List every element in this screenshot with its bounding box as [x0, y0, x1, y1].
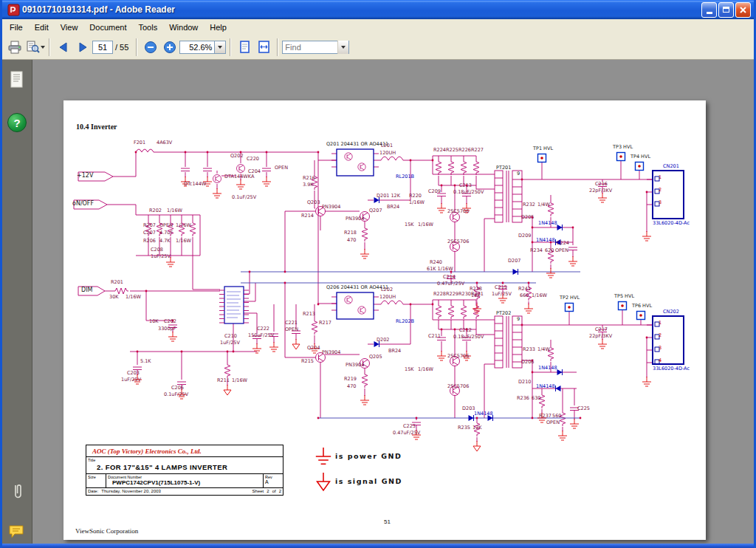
find-input[interactable] — [283, 42, 337, 52]
menu-item[interactable]: Edit — [29, 21, 55, 33]
previous-page-button[interactable] — [54, 38, 73, 57]
previous-page-icon — [56, 41, 71, 54]
maximize-button[interactable] — [718, 2, 734, 18]
schematic-label: R201 — [111, 280, 123, 285]
schematic-label: OPEN — [275, 165, 288, 171]
schematic-label: Q204 — [307, 346, 320, 351]
schematic-label: Q202 — [230, 154, 244, 159]
schematic-label: R233 — [523, 347, 535, 352]
schematic-label: 0.18uF/250V — [453, 190, 484, 195]
schematic-label: 22pF/3KV — [589, 188, 612, 193]
title-block-rev: A — [265, 479, 281, 484]
taskbar-edge[interactable] — [2, 544, 754, 548]
schematic-label: 2SC5706 — [447, 209, 469, 214]
menu-item[interactable]: Window — [163, 21, 204, 33]
schematic-label: DTc144W — [184, 182, 206, 187]
schematic-label: R227 — [471, 148, 484, 153]
schematic-label: +12V — [77, 173, 93, 179]
menu-item[interactable]: Document — [83, 21, 132, 33]
schematic-label: R217 — [319, 321, 331, 326]
toolbar-separator — [49, 38, 50, 56]
zoom-level-value[interactable]: 52.6% — [179, 41, 215, 54]
schematic-label: C225 — [577, 406, 590, 411]
schematic-label: DIM — [81, 287, 92, 293]
document-area[interactable]: 10.4 Inverter — [32, 60, 754, 544]
export-button[interactable] — [24, 38, 45, 57]
schematic-label: R214 — [301, 213, 314, 219]
schematic-label: TP5 HVL — [614, 294, 634, 299]
schematic-label: 10K — [149, 319, 159, 324]
schematic-label: DTA144WKA — [224, 174, 254, 179]
menu-item[interactable]: Help — [204, 21, 233, 33]
close-icon — [739, 6, 747, 14]
schematic-label: 1/16W — [232, 378, 247, 383]
title-block-sheet-label: Sheet — [252, 489, 264, 493]
schematic-label: C215 — [495, 285, 507, 290]
title-block: AOC (Top Victory) Electronics Co., Ltd. … — [86, 445, 284, 496]
menu-item[interactable]: Tools — [133, 21, 164, 33]
page-number-input[interactable] — [92, 41, 113, 54]
schematic-label: 1/16W — [167, 208, 182, 213]
zoom-in-button[interactable] — [160, 38, 179, 57]
schematic-label: 1uF/25V — [151, 254, 171, 259]
pages-panel-button[interactable] — [7, 70, 27, 89]
fit-width-icon — [255, 40, 272, 55]
close-button[interactable] — [735, 2, 751, 18]
schematic-label: 1/4W — [537, 202, 550, 208]
schematic-label: 33L6020-4D-Ac — [653, 221, 690, 226]
print-button[interactable] — [5, 38, 24, 57]
schematic-label: PT201 — [496, 165, 511, 171]
schematic-label: R232 — [523, 202, 535, 208]
menu-item[interactable]: View — [55, 21, 84, 33]
schematic-label: D203 — [462, 406, 475, 411]
schematic-label: R241 — [518, 287, 531, 292]
actual-size-button[interactable] — [235, 38, 254, 57]
schematic-label: 1N4148 — [536, 384, 555, 389]
schematic-label: BR24 — [388, 349, 401, 354]
schematic-label: 2SC5706 — [447, 239, 469, 244]
schematic-label: D210 — [518, 380, 531, 385]
schematic-label: OPEN — [159, 223, 173, 228]
schematic-label: R216 — [303, 176, 315, 181]
schematic-label: OPEN — [546, 420, 560, 425]
help-panel-button[interactable]: ? — [7, 113, 27, 132]
zoom-out-button[interactable] — [141, 38, 160, 57]
schematic-label: C208 — [151, 247, 163, 253]
schematic-label: R213 — [303, 312, 315, 317]
schematic-label: C217 — [595, 327, 608, 332]
schematic-label: 2 — [659, 333, 662, 338]
title-block-title-label: Title — [86, 457, 283, 463]
schematic-label: 9 — [517, 171, 520, 177]
schematic-label: Q207 — [369, 208, 382, 213]
schematic-label: 560 — [552, 414, 561, 419]
schematic-label: R240 — [430, 260, 442, 265]
menu-bar: FileEditViewDocumentToolsWindowHelp — [2, 19, 754, 35]
schematic-label: TP2 HVL — [560, 295, 580, 301]
zoom-dropdown-button[interactable] — [215, 41, 226, 54]
zoom-dropdown-icon — [218, 46, 222, 51]
schematic-label: R207 — [143, 223, 156, 228]
schematic-label: 1uF/25V — [121, 377, 141, 383]
title-block-date-label: Date: — [88, 489, 98, 493]
toolbar-separator — [230, 38, 231, 56]
comments-panel-button[interactable] — [7, 522, 27, 541]
minimize-button[interactable] — [701, 2, 717, 18]
paperclip-icon — [10, 483, 24, 501]
menu-item[interactable]: File — [4, 21, 29, 33]
schematic-label: 0.47uF/25V — [437, 281, 464, 287]
attachments-panel-button[interactable] — [7, 482, 27, 501]
find-dropdown-icon — [341, 46, 346, 51]
fit-width-button[interactable] — [254, 38, 273, 57]
schematic-label: Q203 — [307, 200, 320, 205]
schematic-label: R224 — [433, 148, 446, 153]
schematic-label: oN/OFF — [72, 201, 94, 207]
find-dropdown-button[interactable] — [337, 41, 348, 54]
schematic-label: 3.9K — [303, 182, 314, 188]
find-field-wrap — [282, 41, 349, 54]
schematic-label: 3 — [659, 346, 662, 351]
next-page-button[interactable] — [73, 38, 92, 57]
schematic-label: C214 — [443, 275, 456, 280]
schematic-label: R206 — [143, 239, 156, 244]
navigation-sidebar: ? — [2, 60, 32, 544]
title-block-total: 2 — [279, 489, 281, 493]
